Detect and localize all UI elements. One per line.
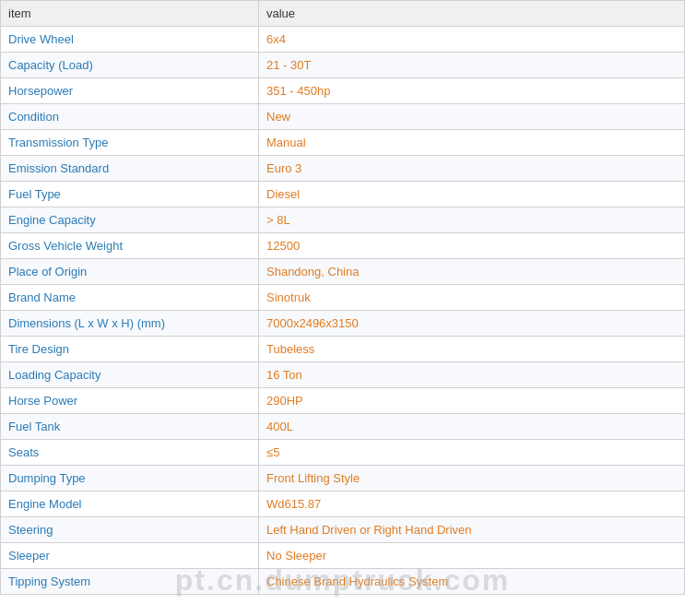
value-cell: > 8L bbox=[259, 207, 685, 233]
item-cell: Tipping System bbox=[1, 569, 259, 595]
value-cell: Left Hand Driven or Right Hand Driven bbox=[259, 517, 685, 543]
item-cell: Loading Capacity bbox=[1, 362, 259, 388]
table-row: Place of OriginShandong, China bbox=[1, 259, 685, 285]
item-cell: Steering bbox=[1, 517, 259, 543]
item-cell: Seats bbox=[1, 440, 259, 466]
table-row: SteeringLeft Hand Driven or Right Hand D… bbox=[1, 517, 685, 543]
value-cell: Sinotruk bbox=[259, 285, 685, 311]
table-row: Horsepower351 - 450hp bbox=[1, 78, 685, 104]
table-row: Horse Power290HP bbox=[1, 388, 685, 414]
item-cell: Fuel Type bbox=[1, 182, 259, 207]
table-row: Gross Vehicle Weight12500 bbox=[1, 233, 685, 259]
table-row: Capacity (Load)21 - 30T bbox=[1, 53, 685, 78]
value-cell: Chinese Brand Hydraulics System bbox=[259, 569, 685, 595]
table-row: Dimensions (L x W x H) (mm)7000x2496x315… bbox=[1, 311, 685, 337]
table-row: Seats≤5 bbox=[1, 440, 685, 466]
value-cell: Diesel bbox=[259, 182, 685, 207]
table-row: Loading Capacity16 Ton bbox=[1, 362, 685, 388]
item-cell: Engine Model bbox=[1, 492, 259, 517]
item-cell: Capacity (Load) bbox=[1, 53, 259, 78]
table-row: Engine ModelWd615.87 bbox=[1, 492, 685, 517]
table-row: Tipping SystemChinese Brand Hydraulics S… bbox=[1, 569, 685, 595]
table-row: Fuel TypeDiesel bbox=[1, 182, 685, 207]
value-cell: 12500 bbox=[259, 233, 685, 259]
value-cell: 21 - 30T bbox=[259, 53, 685, 78]
item-cell: Transmission Type bbox=[1, 130, 259, 156]
item-cell: Place of Origin bbox=[1, 259, 259, 285]
item-cell: Brand Name bbox=[1, 285, 259, 311]
item-cell: Gross Vehicle Weight bbox=[1, 233, 259, 259]
item-cell: Engine Capacity bbox=[1, 207, 259, 233]
item-cell: Fuel Tank bbox=[1, 414, 259, 440]
table-row: ConditionNew bbox=[1, 104, 685, 130]
item-cell: Drive Wheel bbox=[1, 27, 259, 53]
table-row: Emission StandardEuro 3 bbox=[1, 156, 685, 182]
table-row: Transmission TypeManual bbox=[1, 130, 685, 156]
value-cell: Wd615.87 bbox=[259, 492, 685, 517]
value-cell: Euro 3 bbox=[259, 156, 685, 182]
item-cell: Horsepower bbox=[1, 78, 259, 104]
value-cell: 16 Ton bbox=[259, 362, 685, 388]
value-cell: No Sleeper bbox=[259, 543, 685, 569]
value-cell: 290HP bbox=[259, 388, 685, 414]
table-row: Engine Capacity> 8L bbox=[1, 207, 685, 233]
item-cell: Horse Power bbox=[1, 388, 259, 414]
item-cell: Tire Design bbox=[1, 337, 259, 362]
value-header: value bbox=[259, 1, 685, 27]
table-row: Dumping TypeFront Lifting Style bbox=[1, 466, 685, 492]
value-cell: 351 - 450hp bbox=[259, 78, 685, 104]
table-row: Fuel Tank400L bbox=[1, 414, 685, 440]
value-cell: Shandong, China bbox=[259, 259, 685, 285]
table-row: Drive Wheel6x4 bbox=[1, 27, 685, 53]
value-cell: Front Lifting Style bbox=[259, 466, 685, 492]
value-cell: New bbox=[259, 104, 685, 130]
item-cell: Emission Standard bbox=[1, 156, 259, 182]
value-cell: 7000x2496x3150 bbox=[259, 311, 685, 337]
item-cell: Sleeper bbox=[1, 543, 259, 569]
table-row: Tire DesignTubeless bbox=[1, 337, 685, 362]
item-header: item bbox=[1, 1, 259, 27]
item-cell: Dumping Type bbox=[1, 466, 259, 492]
table-header-row: item value bbox=[1, 1, 685, 27]
value-cell: Tubeless bbox=[259, 337, 685, 362]
specs-table: item value Drive Wheel6x4Capacity (Load)… bbox=[0, 0, 685, 595]
value-cell: 6x4 bbox=[259, 27, 685, 53]
value-cell: 400L bbox=[259, 414, 685, 440]
item-cell: Dimensions (L x W x H) (mm) bbox=[1, 311, 259, 337]
value-cell: Manual bbox=[259, 130, 685, 156]
table-row: Brand NameSinotruk bbox=[1, 285, 685, 311]
item-cell: Condition bbox=[1, 104, 259, 130]
table-row: SleeperNo Sleeper bbox=[1, 543, 685, 569]
value-cell: ≤5 bbox=[259, 440, 685, 466]
